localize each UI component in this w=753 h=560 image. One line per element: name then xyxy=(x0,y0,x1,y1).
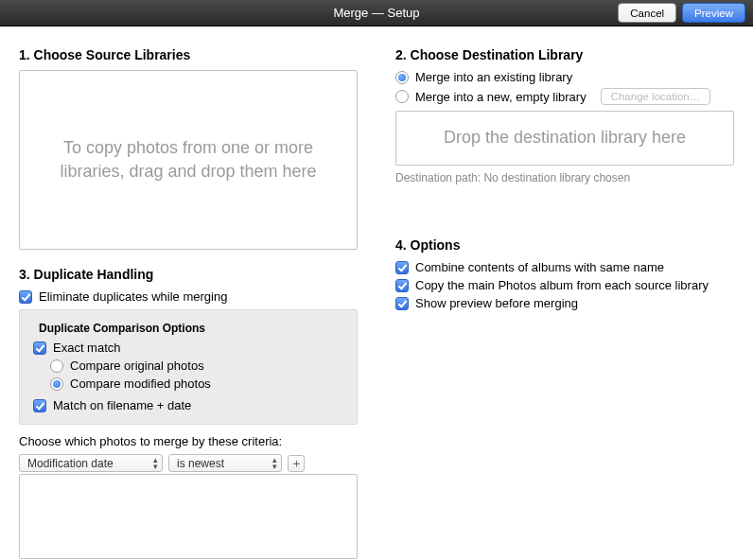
merge-new-radio[interactable] xyxy=(395,90,409,103)
criteria-field-value: Modification date xyxy=(27,457,114,470)
exact-match-row[interactable]: Exact match xyxy=(33,341,347,355)
preview-button[interactable]: Preview xyxy=(682,3,745,23)
eliminate-duplicates-row[interactable]: Eliminate duplicates while merging xyxy=(19,289,358,304)
merge-new-label: Merge into a new, empty library xyxy=(415,90,587,104)
updown-icon: ▴▾ xyxy=(272,457,277,470)
duplicate-comparison-heading: Duplicate Comparison Options xyxy=(39,322,347,335)
destination-dropwell[interactable]: Drop the destination library here xyxy=(395,111,734,166)
window-title: Merge — Setup xyxy=(333,6,419,20)
plus-icon: ＋ xyxy=(290,455,303,472)
content: 1. Choose Source Libraries To copy photo… xyxy=(0,26,753,560)
criteria-bar: Modification date ▴▾ is newest ▴▾ ＋ xyxy=(19,454,358,472)
cancel-button[interactable]: Cancel xyxy=(618,3,676,23)
section-1-heading: 1. Choose Source Libraries xyxy=(19,47,358,62)
eliminate-duplicates-checkbox[interactable] xyxy=(19,290,32,304)
source-drop-hint: To copy photos from one or more librarie… xyxy=(58,136,319,184)
option-combine-row[interactable]: Combine contents of albums with same nam… xyxy=(395,260,734,274)
option-combine-label: Combine contents of albums with same nam… xyxy=(415,260,664,274)
compare-modified-radio[interactable] xyxy=(50,377,63,391)
add-criteria-button[interactable]: ＋ xyxy=(288,455,305,472)
section-3-heading: 3. Duplicate Handling xyxy=(19,267,358,282)
source-dropwell[interactable]: To copy photos from one or more librarie… xyxy=(19,70,358,250)
merge-existing-radio[interactable] xyxy=(395,71,409,84)
updown-icon: ▴▾ xyxy=(153,457,158,470)
eliminate-duplicates-label: Eliminate duplicates while merging xyxy=(39,289,227,304)
section-2-heading: 2. Choose Destination Library xyxy=(395,47,734,62)
criteria-field-select[interactable]: Modification date ▴▾ xyxy=(19,454,163,472)
titlebar: Merge — Setup Cancel Preview xyxy=(0,0,753,26)
compare-modified-label: Compare modified photos xyxy=(70,376,211,391)
option-copy-main-label: Copy the main Photos album from each sou… xyxy=(415,278,709,292)
option-show-preview-label: Show preview before merging xyxy=(415,296,578,310)
compare-modified-row[interactable]: Compare modified photos xyxy=(50,376,347,391)
destination-path-label: Destination path: No destination library… xyxy=(395,171,734,184)
titlebar-buttons: Cancel Preview xyxy=(618,3,745,23)
option-show-preview-checkbox[interactable] xyxy=(395,297,409,310)
right-column: 2. Choose Destination Library Merge into… xyxy=(395,47,734,551)
exact-match-label: Exact match xyxy=(53,341,121,355)
change-location-button[interactable]: Change location… xyxy=(601,88,711,105)
criteria-label: Choose which photos to merge by these cr… xyxy=(19,434,358,448)
merge-existing-row[interactable]: Merge into an existing library xyxy=(395,70,734,84)
section-4-heading: 4. Options xyxy=(395,237,734,253)
compare-original-radio[interactable] xyxy=(50,359,63,373)
match-filename-row[interactable]: Match on filename + date xyxy=(33,398,347,412)
criteria-op-value: is newest xyxy=(177,457,224,470)
destination-drop-hint: Drop the destination library here xyxy=(444,126,686,149)
duplicate-comparison-panel: Duplicate Comparison Options Exact match… xyxy=(19,309,358,425)
left-column: 1. Choose Source Libraries To copy photo… xyxy=(19,47,358,551)
option-copy-main-row[interactable]: Copy the main Photos album from each sou… xyxy=(395,278,734,292)
option-combine-checkbox[interactable] xyxy=(395,261,409,274)
compare-original-row[interactable]: Compare original photos xyxy=(50,359,347,373)
criteria-op-select[interactable]: is newest ▴▾ xyxy=(168,454,282,472)
compare-original-label: Compare original photos xyxy=(70,359,204,373)
option-copy-main-checkbox[interactable] xyxy=(395,279,409,292)
match-filename-checkbox[interactable] xyxy=(33,399,46,412)
merge-existing-label: Merge into an existing library xyxy=(415,70,572,84)
match-filename-label: Match on filename + date xyxy=(53,398,191,412)
option-show-preview-row[interactable]: Show preview before merging xyxy=(395,296,734,310)
exact-match-checkbox[interactable] xyxy=(33,341,46,355)
merge-new-row[interactable]: Merge into a new, empty library Change l… xyxy=(395,88,734,105)
criteria-list-well[interactable] xyxy=(19,474,358,559)
